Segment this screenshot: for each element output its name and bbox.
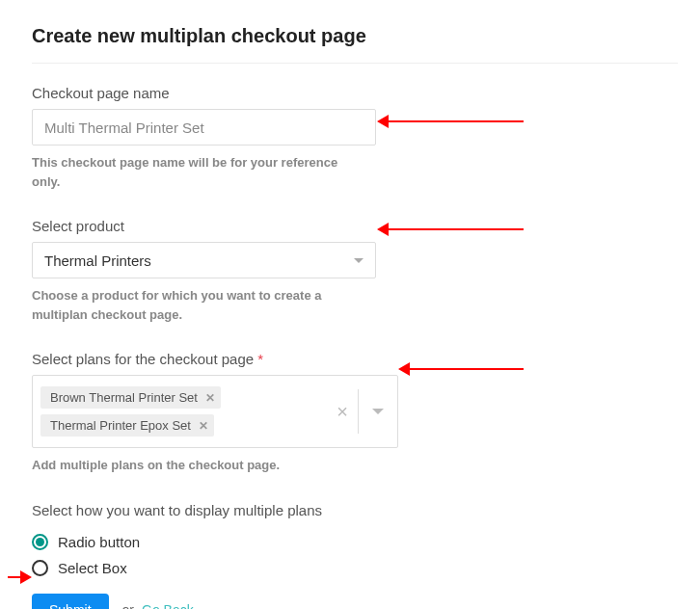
checkout-name-label: Checkout page name (32, 85, 700, 101)
chevron-down-icon (372, 409, 384, 414)
annotation-arrow (410, 368, 524, 370)
radio-icon (32, 560, 48, 576)
field-select-product: Select product Thermal Printers Choose a… (32, 218, 700, 324)
annotation-arrow (8, 576, 20, 578)
close-icon[interactable]: ✕ (199, 419, 208, 433)
go-back-link[interactable]: Go Back (142, 602, 194, 610)
select-plans-multiselect[interactable]: Brown Thermal Printer Set ✕ Thermal Prin… (32, 375, 398, 448)
annotation-arrow (389, 120, 524, 122)
divider (32, 63, 678, 64)
select-product-help: Choose a product for which you want to c… (32, 286, 350, 324)
plan-chip-label: Brown Thermal Printer Set (50, 390, 198, 405)
form-actions: Submit or Go Back (32, 594, 700, 610)
field-display-mode: Select how you want to display multiple … (32, 502, 700, 576)
field-checkout-name: Checkout page name This checkout page na… (32, 85, 700, 191)
annotation-arrow (389, 228, 524, 230)
select-product-dropdown[interactable]: Thermal Printers (32, 242, 376, 278)
select-product-label: Select product (32, 218, 700, 234)
chevron-down-icon (354, 258, 363, 263)
radio-icon (32, 534, 48, 550)
multiselect-toggle[interactable] (359, 409, 397, 414)
select-plans-label-text: Select plans for the checkout page (32, 351, 254, 367)
radio-option-radio-button[interactable]: Radio button (32, 534, 700, 550)
radio-label: Radio button (58, 534, 140, 550)
plan-chip-label: Thermal Printer Epox Set (50, 418, 191, 433)
select-plans-help: Add multiple plans on the checkout page. (32, 456, 350, 475)
plan-chip: Brown Thermal Printer Set ✕ (40, 386, 221, 409)
page-title: Create new multiplan checkout page (32, 25, 700, 47)
select-product-value: Thermal Printers (44, 252, 151, 269)
close-icon[interactable]: ✕ (205, 391, 215, 405)
submit-button[interactable]: Submit (32, 594, 109, 610)
clear-all-icon[interactable]: × (327, 401, 358, 423)
required-asterisk: * (257, 351, 263, 367)
checkout-name-help: This checkout page name will be for your… (32, 153, 350, 191)
radio-option-select-box[interactable]: Select Box (32, 560, 700, 576)
plan-chip: Thermal Printer Epox Set ✕ (40, 414, 214, 437)
select-plans-label: Select plans for the checkout page * (32, 351, 700, 367)
field-select-plans: Select plans for the checkout page * Bro… (32, 351, 700, 475)
display-mode-label: Select how you want to display multiple … (32, 502, 700, 518)
radio-label: Select Box (58, 560, 127, 576)
checkout-name-input[interactable] (32, 109, 376, 146)
or-text: or (122, 602, 134, 610)
multiselect-controls: × (327, 376, 397, 447)
